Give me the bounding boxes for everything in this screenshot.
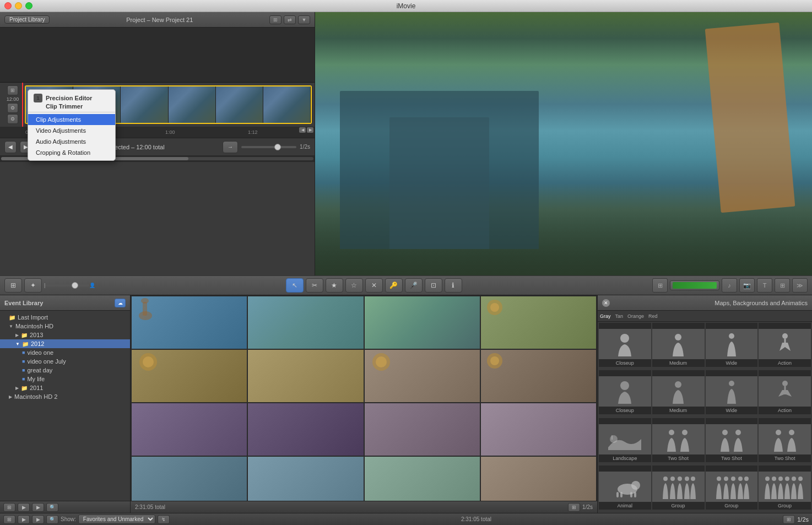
media-cell-4[interactable]: [481, 296, 596, 349]
info-btn[interactable]: ℹ: [445, 278, 462, 293]
rp-cell-wide-1[interactable]: Wide: [706, 323, 758, 367]
crop-btn[interactable]: ⊡: [425, 278, 442, 293]
select-tool-btn[interactable]: ↖: [286, 278, 304, 293]
keyword-btn[interactable]: 🔑: [385, 278, 403, 293]
rp-cell-twoshot-3[interactable]: Two Shot: [759, 418, 811, 462]
trim-tool-btn[interactable]: ✂: [306, 278, 323, 293]
media-cell-13[interactable]: [132, 457, 247, 501]
favorite-btn[interactable]: ★: [326, 278, 343, 293]
media-cell-6[interactable]: [248, 350, 363, 402]
close-button[interactable]: [4, 2, 12, 9]
media-cell-3[interactable]: [365, 296, 480, 349]
media-cell-7[interactable]: [365, 350, 480, 402]
clip-thumb-6[interactable]: [263, 86, 311, 123]
maximize-button[interactable]: [25, 2, 33, 9]
swap-icon[interactable]: ⇄: [284, 15, 296, 24]
ev-footer-btn-2[interactable]: ▶: [18, 503, 30, 512]
ev-video-one[interactable]: ■ video one: [0, 348, 130, 357]
clip-ctrl-1[interactable]: ⊞: [7, 85, 18, 95]
bb-btn-6[interactable]: ⊞: [783, 515, 795, 524]
ev-last-import[interactable]: 📁 Last Import: [0, 313, 130, 322]
media-cell-11[interactable]: [365, 403, 480, 456]
speed-slider-thumb[interactable]: [274, 144, 281, 150]
media-cell-12[interactable]: [481, 403, 596, 456]
ev-2013[interactable]: ▶ 📁 2013: [0, 331, 130, 339]
rp-cell-group-2[interactable]: Group: [706, 466, 758, 510]
media-cell-16[interactable]: [481, 457, 596, 501]
ev-macintosh-hd[interactable]: ▼ Macintosh HD: [0, 322, 130, 331]
rp-cat-tan[interactable]: Tan: [615, 313, 624, 319]
audio-btn[interactable]: 🎤: [405, 278, 423, 293]
ev-2011[interactable]: ▶ 📁 2011: [0, 383, 130, 392]
clip-thumb-4[interactable]: [169, 86, 216, 123]
minimize-button[interactable]: [15, 2, 22, 9]
media-cell-9[interactable]: [132, 403, 247, 456]
music-icon[interactable]: ♪: [722, 278, 737, 293]
event-cloud-button[interactable]: ☁: [115, 299, 126, 307]
ctx-item-cropping-rotation[interactable]: Cropping & Rotation: [28, 147, 115, 158]
media-footer-icon[interactable]: ⊞: [568, 503, 580, 512]
media-cell-15[interactable]: [365, 457, 480, 501]
zoom-slider-thumb[interactable]: [72, 282, 78, 289]
text-icon[interactable]: T: [757, 278, 772, 293]
rp-cell-group-3[interactable]: Group: [759, 466, 811, 510]
ev-macintosh-hd-2[interactable]: ▶ Macintosh HD 2: [0, 392, 130, 401]
rp-cell-group-1[interactable]: Group: [652, 466, 705, 510]
magic-btn[interactable]: ✦: [24, 278, 42, 293]
grid-icon[interactable]: ⊞: [652, 278, 668, 293]
traffic-lights[interactable]: [4, 2, 33, 9]
bb-show-dropdown[interactable]: Favorites and Unmarked: [78, 515, 155, 524]
rp-cell-wide-2[interactable]: Wide: [706, 370, 758, 414]
right-panel-close[interactable]: ✕: [602, 299, 610, 307]
camera-icon[interactable]: 📷: [739, 278, 755, 293]
clip-thumb-3[interactable]: [121, 86, 168, 123]
media-cell-8[interactable]: [481, 350, 596, 402]
ctx-item-video-adjustments[interactable]: Video Adjustments: [28, 125, 115, 136]
clip-thumb-5[interactable]: [216, 86, 263, 123]
media-cell-14[interactable]: [248, 457, 363, 501]
ev-footer-btn-1[interactable]: ⊞: [3, 503, 15, 512]
rp-cell-twoshot-2[interactable]: Two Shot: [706, 418, 758, 462]
rp-cat-gray[interactable]: Gray: [600, 313, 611, 319]
media-cell-2[interactable]: [248, 296, 363, 349]
clip-ctrl-3[interactable]: ⚙: [7, 114, 18, 124]
bb-btn-2[interactable]: ▶: [18, 515, 30, 524]
rp-cell-landscape[interactable]: Landscape: [599, 418, 651, 462]
rp-cat-red[interactable]: Red: [648, 313, 658, 319]
transitions-icon[interactable]: ≫: [792, 278, 808, 293]
unfavorite-btn[interactable]: ☆: [345, 278, 363, 293]
rp-cell-medium-1[interactable]: Medium: [652, 323, 705, 367]
reject-btn[interactable]: ✕: [365, 278, 383, 293]
rp-cell-twoshot-1[interactable]: Two Shot: [652, 418, 705, 462]
rp-cell-action-2[interactable]: Action: [759, 370, 811, 414]
ev-2012[interactable]: ▼ 📁 2012: [0, 339, 130, 348]
rp-cell-closeup-2[interactable]: Closeup: [599, 370, 651, 414]
ev-video-one-july[interactable]: ■ video one July: [0, 357, 130, 366]
ev-great-day[interactable]: ■ great day: [0, 366, 130, 375]
media-cell-5[interactable]: [132, 350, 247, 402]
ev-my-life[interactable]: ■ My life: [0, 375, 130, 383]
clip-ctrl-2[interactable]: ⚙: [7, 103, 18, 113]
rp-cell-action-1[interactable]: Action: [759, 323, 811, 367]
bb-btn-4[interactable]: 🔍: [46, 515, 58, 524]
ev-footer-btn-4[interactable]: 🔍: [46, 503, 58, 512]
play-arrow-btn[interactable]: →: [223, 141, 238, 153]
media-cell-1[interactable]: [132, 296, 247, 349]
zoom-slider[interactable]: [45, 284, 89, 286]
view-toggle-btn[interactable]: ⊞: [4, 278, 22, 293]
map-icon[interactable]: ⊞: [775, 278, 790, 293]
bb-btn-5[interactable]: ↯: [158, 515, 170, 524]
scroll-right[interactable]: ▶: [307, 127, 313, 133]
project-library-button[interactable]: Project Library: [4, 15, 50, 24]
media-cell-10[interactable]: [248, 403, 363, 456]
rp-cell-animal[interactable]: Animal: [599, 466, 651, 510]
rp-cat-orange[interactable]: Orange: [627, 313, 644, 319]
speed-slider[interactable]: [241, 146, 296, 148]
ctx-item-clip-adjustments[interactable]: Clip Adjustments: [28, 114, 115, 125]
ev-footer-btn-3[interactable]: ▶: [32, 503, 44, 512]
ctx-item-audio-adjustments[interactable]: Audio Adjustments: [28, 136, 115, 147]
rp-cell-medium-2[interactable]: Medium: [652, 370, 705, 414]
scroll-left[interactable]: ◀: [299, 127, 306, 133]
layout-icon[interactable]: ⊞: [269, 15, 282, 24]
bb-btn-1[interactable]: ⊞: [3, 515, 15, 524]
